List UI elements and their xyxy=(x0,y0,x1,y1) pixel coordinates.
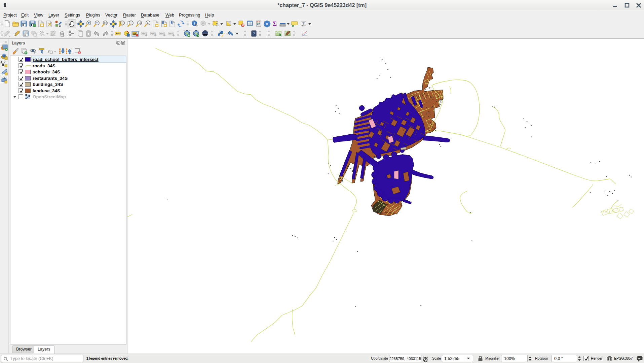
svg-text:abc: abc xyxy=(116,32,120,35)
svg-text:a: a xyxy=(59,24,61,27)
svg-text:abc: abc xyxy=(169,32,173,35)
svg-text:T: T xyxy=(302,21,305,25)
svg-text:ab: ab xyxy=(133,33,136,35)
svg-text:Σ: Σ xyxy=(273,20,277,27)
svg-text:abc: abc xyxy=(151,32,155,35)
svg-text:?: ? xyxy=(253,32,255,36)
svg-text:abc: abc xyxy=(142,32,146,35)
svg-text:ε: ε xyxy=(48,48,50,54)
svg-text:abc: abc xyxy=(160,32,164,35)
svg-text:1:1: 1:1 xyxy=(104,22,107,24)
